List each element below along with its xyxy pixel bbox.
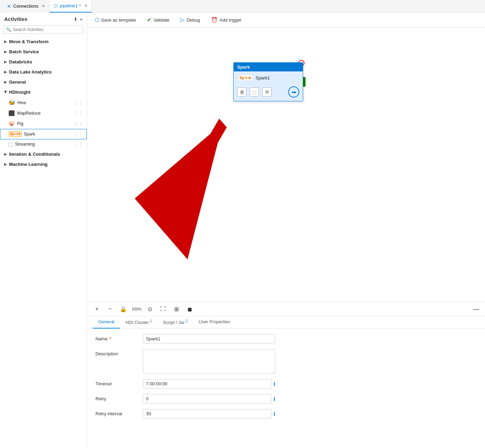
activities-sidebar: Activities ⬇ « 🔍 ▶ Move & Transform ▶ Ba… [0, 13, 87, 448]
filter-icon[interactable]: ⬇ [74, 16, 78, 22]
toggle-panel-button[interactable]: ◼ [185, 305, 194, 313]
debug-label: Debug [186, 17, 200, 23]
drag-handle-hive[interactable]: ⋮⋮ [74, 100, 83, 106]
form-row-retry: Retry ℹ [95, 394, 477, 403]
arrange-button[interactable]: ⊞ [172, 305, 180, 313]
arrow-iteration-conditionals: ▶ [4, 152, 7, 156]
tab-script-jar[interactable]: Script / Jar 2 [157, 316, 193, 329]
mapreduce-icon: ⬛ [8, 110, 15, 116]
form-row-description: Description [95, 349, 477, 373]
arrow-data-lake-analytics: ▶ [4, 70, 7, 74]
fullscreen-button[interactable]: ⛶ [159, 305, 167, 313]
arrow-move-transform: ▶ [4, 40, 7, 44]
validate-icon: ✔ [147, 17, 152, 23]
search-icon: 🔍 [6, 27, 11, 32]
sidebar-controls: ⬇ « [74, 16, 83, 22]
sidebar-title: Activities [4, 16, 28, 22]
tab-general[interactable]: General [93, 316, 120, 329]
bottom-panel: + − 🔒 100% ⊙ ⛶ ⊞ ◼ — General HDI Cluster… [87, 302, 485, 448]
category-machine-learning[interactable]: ▶ Machine Learning [0, 159, 87, 169]
fit-button[interactable]: ⊙ [146, 305, 154, 313]
minimize-panel-button[interactable]: — [473, 306, 479, 313]
category-batch-service[interactable]: ▶ Batch Service [0, 47, 87, 57]
zoom-out-button[interactable]: − [106, 305, 114, 313]
category-data-lake-analytics[interactable]: ▶ Data Lake Analytics [0, 67, 87, 77]
lock-button[interactable]: 🔒 [119, 305, 128, 313]
validate-label: Validate [153, 17, 169, 23]
add-trigger-label: Add trigger [220, 17, 242, 23]
activity-spark-label: Spark [24, 132, 35, 137]
drag-handle-mapreduce[interactable]: ⋮⋮ [74, 110, 83, 116]
spark-node[interactable]: Spark Sp★rk Spark1 🗑 ⬚ ⧉ ➡ [233, 62, 303, 101]
category-databricks-label: Databricks [9, 59, 32, 64]
close-pipeline1-icon[interactable]: ✕ [84, 3, 87, 8]
retry-interval-label: Retry interval [95, 409, 137, 416]
category-hdinsight-label: HDInsight [9, 90, 30, 95]
collapse-icon[interactable]: « [80, 16, 83, 22]
name-input[interactable] [143, 334, 275, 343]
timeout-input-group: ℹ [143, 379, 275, 388]
node-view-button[interactable]: ⬚ [250, 87, 259, 96]
category-batch-service-label: Batch Service [9, 49, 39, 54]
category-move-transform[interactable]: ▶ Move & Transform [0, 37, 87, 47]
tab-pipeline1[interactable]: ⬡ pipeline1 * ✕ [49, 0, 92, 13]
name-label: Name * [95, 334, 137, 341]
category-machine-learning-label: Machine Learning [9, 162, 48, 167]
activity-mapreduce[interactable]: ⬛ MapReduce ⋮⋮ [0, 108, 87, 118]
category-move-transform-label: Move & Transform [9, 39, 48, 44]
success-indicator-tab [303, 77, 306, 87]
spark-node-body: Sp★rk Spark1 [234, 71, 303, 84]
node-delete-button[interactable]: 🗑 [237, 87, 246, 96]
timeout-info-icon[interactable]: ℹ [274, 381, 275, 387]
category-iteration-conditionals[interactable]: ▶ Iteration & Conditionals [0, 149, 87, 159]
activity-pig[interactable]: 🐷 Pig ⋮⋮ [0, 118, 87, 129]
tab-user-properties[interactable]: User Properties [193, 316, 236, 329]
search-input[interactable] [3, 25, 83, 34]
retry-input[interactable] [143, 394, 271, 403]
zoom-in-button[interactable]: + [93, 305, 101, 313]
category-hdinsight[interactable]: ▶ HDInsight [0, 87, 87, 97]
tab-connections[interactable]: ✕ Connections ✕ [3, 0, 49, 13]
spark-icon: Sp★rk [9, 131, 22, 137]
validate-button[interactable]: ✔ Validate [145, 15, 171, 24]
tab-script-jar-badge: 2 [185, 319, 187, 323]
spark-node-footer: 🗑 ⬚ ⧉ ➡ [234, 84, 303, 101]
tab-general-label: General [98, 319, 114, 324]
debug-icon: ▷ [180, 17, 185, 23]
drag-handle-spark[interactable]: ⋮⋮ [73, 131, 83, 137]
save-as-template-button[interactable]: ⬡ Save as template [93, 15, 138, 24]
category-general[interactable]: ▶ General [0, 77, 87, 87]
add-trigger-button[interactable]: ⏰ Add trigger [209, 15, 244, 24]
sidebar-header: Activities ⬇ « [0, 13, 87, 24]
activity-hive[interactable]: 🐝 Hive ⋮⋮ [0, 97, 87, 108]
category-databricks[interactable]: ▶ Databricks [0, 57, 87, 67]
tab-script-jar-label: Script / Jar [163, 320, 185, 325]
drag-handle-pig[interactable]: ⋮⋮ [74, 121, 83, 126]
debug-button[interactable]: ▷ Debug [178, 15, 202, 24]
close-connections-icon[interactable]: ✕ [42, 4, 45, 8]
search-box: 🔍 [3, 25, 83, 34]
retry-interval-input-group: ℹ [143, 409, 275, 418]
node-navigate-button[interactable]: ➡ [288, 86, 299, 98]
activity-streaming[interactable]: ⬚ Streaming ⋮⋮ [0, 139, 87, 149]
retry-info-icon[interactable]: ℹ [274, 396, 275, 402]
node-copy-button[interactable]: ⧉ [262, 87, 271, 96]
properties-form: Name * Description Timeout [87, 329, 485, 430]
activity-spark[interactable]: Sp★rk Spark ⋮⋮ [0, 129, 87, 139]
tab-hdi-cluster[interactable]: HDI Cluster 1 [120, 316, 157, 329]
tab-hdi-cluster-label: HDI Cluster [125, 320, 149, 325]
timeout-input[interactable] [143, 379, 271, 388]
drag-handle-streaming[interactable]: ⋮⋮ [74, 141, 83, 147]
retry-interval-input[interactable] [143, 409, 271, 418]
tab-bar: ✕ Connections ✕ ⬡ pipeline1 * ✕ [0, 0, 485, 13]
arrow-databricks: ▶ [4, 60, 7, 64]
form-row-timeout: Timeout ℹ [95, 379, 477, 388]
retry-input-group: ℹ [143, 394, 275, 403]
save-as-template-label: Save as template [101, 17, 136, 23]
retry-label: Retry [95, 394, 137, 401]
retry-interval-info-icon[interactable]: ℹ [274, 411, 275, 417]
category-data-lake-analytics-label: Data Lake Analytics [9, 69, 52, 75]
activity-streaming-label-group: ⬚ Streaming [8, 141, 35, 147]
description-textarea[interactable] [143, 349, 275, 373]
zoom-reset-button[interactable]: 100% [132, 305, 141, 313]
